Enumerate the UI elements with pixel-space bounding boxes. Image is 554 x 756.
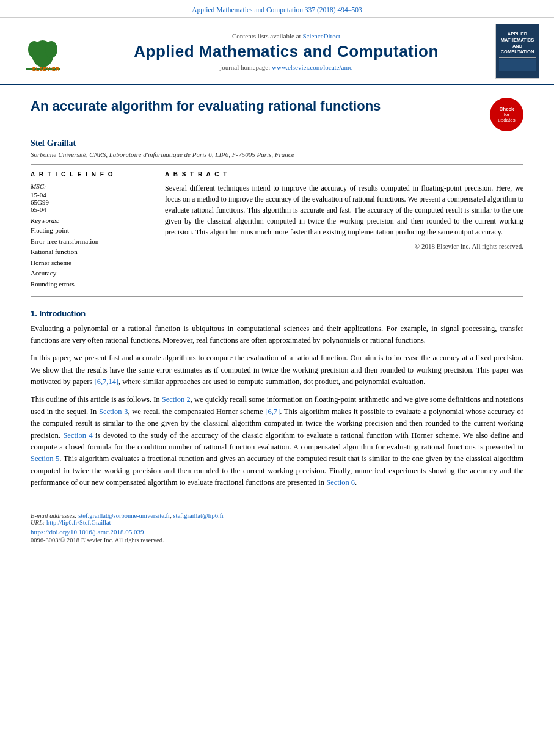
footer-email-line: E-mail addresses: stef.graillat@sorbonne… bbox=[31, 512, 523, 519]
keyword-5: Accuracy bbox=[31, 268, 153, 279]
affiliation: Sorbonne Université, CNRS, Laboratoire d… bbox=[31, 151, 523, 158]
footer-url-line: URL: http://lip6.fr/Stef.Graillat bbox=[31, 519, 523, 526]
check-for-updates-badge: Check for updates bbox=[490, 98, 523, 131]
author-name: Stef Graillat bbox=[31, 139, 523, 148]
section3-link[interactable]: Section 3 bbox=[99, 407, 128, 416]
keywords-list: Floating-point Error-free transformation… bbox=[31, 225, 153, 290]
footer-copyright: 0096-3003/© 2018 Elsevier Inc. All right… bbox=[31, 537, 523, 543]
cover-title-line1: APPLIED bbox=[508, 31, 528, 37]
main-content: An accurate algorithm for evaluating rat… bbox=[0, 85, 554, 556]
msc-label: MSC: bbox=[31, 183, 153, 190]
paper-title: An accurate algorithm for evaluating rat… bbox=[31, 98, 490, 115]
keyword-4: Horner scheme bbox=[31, 258, 153, 269]
abstract-title: A B S T R A C T bbox=[165, 171, 523, 178]
ref-6-7-14-link[interactable]: [6,7,14] bbox=[95, 377, 119, 386]
journal-center: Contents lists available at ScienceDirec… bbox=[86, 24, 487, 79]
divider-1 bbox=[31, 164, 523, 165]
article-info-abstract-section: A R T I C L E I N F O MSC: 15-04 65G99 6… bbox=[31, 171, 523, 290]
keyword-6: Rounding errors bbox=[31, 279, 153, 290]
abstract-section: A B S T R A C T Several different techni… bbox=[165, 171, 523, 290]
check-updates-line2: for bbox=[504, 112, 509, 117]
cover-title-line4: COMPUTATION bbox=[501, 49, 534, 55]
email-label: E-mail addresses: bbox=[31, 512, 77, 519]
msc-value-1: 15-04 bbox=[31, 191, 153, 198]
check-updates-line3: updates bbox=[498, 117, 515, 123]
email-2-link[interactable]: stef.graillat@lip6.fr bbox=[173, 512, 224, 519]
journal-citation-link[interactable]: Applied Mathematics and Computation 337 … bbox=[192, 6, 362, 13]
body-content: 1. Introduction Evaluating a polynomial … bbox=[31, 309, 523, 489]
article-info-panel: A R T I C L E I N F O MSC: 15-04 65G99 6… bbox=[31, 171, 153, 290]
abstract-copyright: © 2018 Elsevier Inc. All rights reserved… bbox=[165, 242, 523, 250]
journal-cover-image: APPLIED MATHEMATICS AND COMPUTATION bbox=[495, 24, 539, 79]
journal-homepage: journal homepage: www.elsevier.com/locat… bbox=[220, 64, 352, 71]
ref-6-7-link[interactable]: [6,7] bbox=[265, 407, 280, 416]
section2-link[interactable]: Section 2 bbox=[162, 395, 191, 404]
top-bar: Applied Mathematics and Computation 337 … bbox=[0, 0, 554, 18]
body-paragraph-2: In this paper, we present fast and accur… bbox=[31, 352, 523, 388]
footer-doi: https://doi.org/10.1016/j.amc.2018.05.03… bbox=[31, 528, 523, 536]
divider-2 bbox=[31, 296, 523, 297]
svg-text:ELSEVIER: ELSEVIER bbox=[32, 66, 59, 72]
elsevier-logo-icon: ELSEVIER bbox=[14, 29, 78, 73]
article-info-title: A R T I C L E I N F O bbox=[31, 171, 153, 178]
keyword-2: Error-free transformation bbox=[31, 236, 153, 247]
keywords-label: Keywords: bbox=[31, 217, 153, 224]
section4-link[interactable]: Section 4 bbox=[63, 431, 92, 440]
svg-point-4 bbox=[45, 41, 57, 58]
msc-value-2: 65G99 bbox=[31, 198, 153, 206]
cover-title-line3: AND bbox=[512, 43, 522, 49]
section6-link[interactable]: Section 6 bbox=[326, 478, 355, 487]
url-link[interactable]: http://lip6.fr/Stef.Graillat bbox=[46, 519, 111, 526]
check-updates-line1: Check bbox=[499, 106, 514, 112]
cover-title-line2: MATHEMATICS bbox=[501, 37, 534, 43]
svg-point-3 bbox=[28, 41, 40, 58]
keyword-1: Floating-point bbox=[31, 225, 153, 236]
doi-link[interactable]: https://doi.org/10.1016/j.amc.2018.05.03… bbox=[31, 528, 144, 536]
email-1-link[interactable]: stef.graillat@sorbonne-universite.fr bbox=[78, 512, 170, 519]
homepage-url[interactable]: www.elsevier.com/locate/amc bbox=[272, 64, 352, 71]
footer: E-mail addresses: stef.graillat@sorbonne… bbox=[31, 507, 523, 543]
journal-header: ELSEVIER Contents lists available at Sci… bbox=[0, 18, 554, 85]
section5-link[interactable]: Section 5 bbox=[31, 454, 59, 463]
paper-title-section: An accurate algorithm for evaluating rat… bbox=[31, 98, 523, 135]
journal-title: Applied Mathematics and Computation bbox=[134, 42, 439, 61]
email-sep: , bbox=[170, 512, 172, 519]
abstract-text: Several different techniques intend to i… bbox=[165, 183, 523, 238]
keyword-3: Rational function bbox=[31, 247, 153, 258]
section-1-heading: 1. Introduction bbox=[31, 309, 523, 318]
msc-value-3: 65-04 bbox=[31, 206, 153, 213]
url-label: URL: bbox=[31, 519, 45, 526]
contents-available-line: Contents lists available at ScienceDirec… bbox=[232, 32, 340, 40]
elsevier-logo-container: ELSEVIER bbox=[12, 24, 79, 79]
sciencedirect-link[interactable]: ScienceDirect bbox=[302, 32, 340, 40]
journal-cover-container: APPLIED MATHEMATICS AND COMPUTATION bbox=[493, 24, 542, 79]
body-paragraph-3: This outline of this article is as follo… bbox=[31, 394, 523, 489]
body-paragraph-1: Evaluating a polynomial or a rational fu… bbox=[31, 323, 523, 347]
